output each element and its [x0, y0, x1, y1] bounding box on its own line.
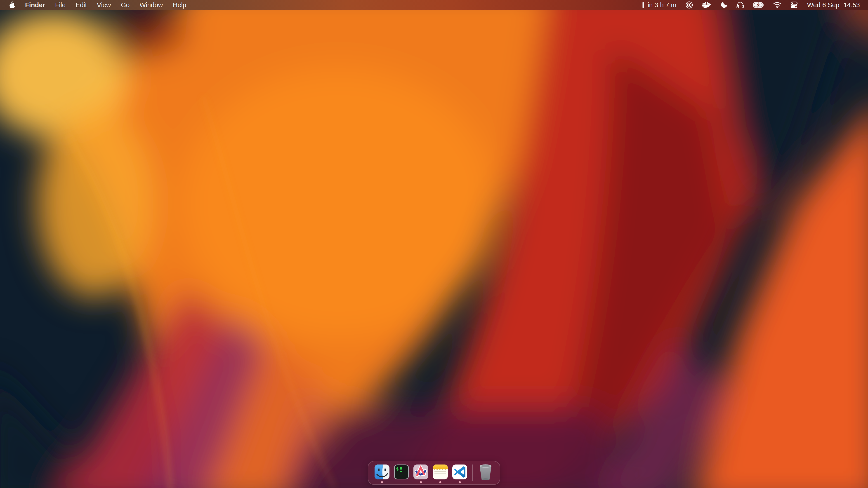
- running-indicator: [459, 481, 461, 483]
- dock-separator: [472, 464, 473, 481]
- menubar-time: 14:53: [843, 1, 860, 9]
- vscode-icon: [452, 464, 467, 480]
- focus-moon-icon[interactable]: [720, 1, 727, 8]
- timer-bar-icon[interactable]: [642, 2, 645, 8]
- svg-text:$: $: [396, 466, 399, 471]
- running-indicator: [381, 481, 383, 483]
- menu-view[interactable]: View: [97, 1, 111, 9]
- timer-countdown-text[interactable]: in 3 h 7 m: [648, 1, 676, 9]
- wallpaper: [0, 0, 868, 488]
- dock-item-trash[interactable]: [475, 461, 496, 484]
- menu-help[interactable]: Help: [173, 1, 186, 9]
- 1password-icon[interactable]: [685, 1, 693, 9]
- menu-edit[interactable]: Edit: [75, 1, 87, 9]
- menu-file[interactable]: File: [55, 1, 66, 9]
- dock: $: [368, 461, 500, 485]
- arc-browser-icon: [413, 464, 428, 480]
- battery-charging-icon[interactable]: [753, 2, 764, 8]
- dock-item-terminal[interactable]: $: [392, 461, 411, 484]
- docker-icon[interactable]: [702, 1, 711, 8]
- menu-bar: Finder File Edit View Go Window Help in …: [0, 0, 868, 10]
- apple-logo-icon[interactable]: [9, 1, 15, 8]
- dock-item-finder[interactable]: [372, 461, 392, 484]
- menu-go[interactable]: Go: [121, 1, 130, 9]
- control-center-icon[interactable]: [790, 1, 798, 8]
- headphones-icon[interactable]: [737, 1, 744, 8]
- menu-window[interactable]: Window: [140, 1, 163, 9]
- menubar-clock[interactable]: Wed 6 Sep 14:53: [807, 1, 860, 9]
- app-menu-finder[interactable]: Finder: [25, 1, 45, 9]
- trash-icon: [478, 464, 493, 481]
- dock-item-notes[interactable]: [431, 461, 450, 484]
- desktop: Finder File Edit View Go Window Help in …: [0, 0, 868, 488]
- notes-icon: [433, 464, 448, 480]
- dock-item-vscode[interactable]: [450, 461, 469, 484]
- menubar-date: Wed 6 Sep: [807, 1, 839, 9]
- finder-icon: [375, 464, 390, 480]
- running-indicator: [439, 481, 441, 483]
- terminal-icon: $: [394, 464, 409, 480]
- wifi-icon[interactable]: [773, 2, 781, 8]
- running-indicator: [420, 481, 422, 483]
- dock-item-arc[interactable]: [411, 461, 431, 484]
